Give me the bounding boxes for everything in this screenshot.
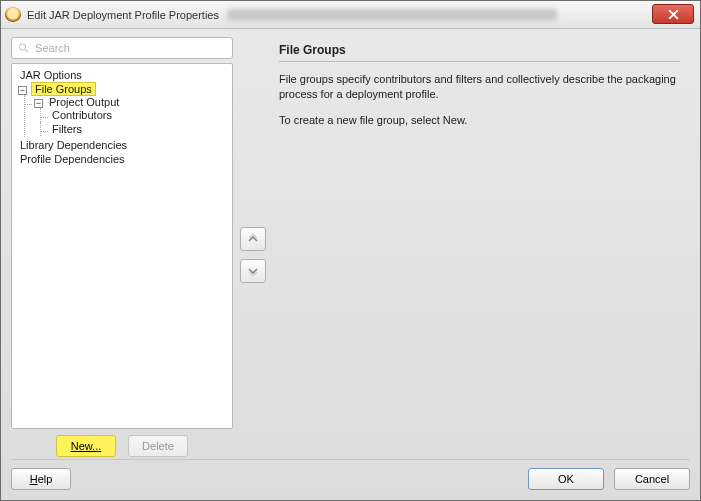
- svg-line-1: [25, 49, 28, 52]
- tree[interactable]: JAR Options −File Groups −Project Output…: [11, 63, 233, 429]
- close-icon: [668, 9, 679, 20]
- move-down-button[interactable]: [240, 259, 266, 283]
- delete-button: Delete: [128, 435, 188, 457]
- help-button-label: H: [30, 473, 38, 485]
- search-input[interactable]: [33, 41, 226, 55]
- cancel-button[interactable]: Cancel: [614, 468, 690, 490]
- content-panel: File Groups File groups specify contribu…: [273, 37, 690, 457]
- ok-button[interactable]: OK: [528, 468, 604, 490]
- search-icon: [18, 42, 29, 54]
- new-button[interactable]: New...: [56, 435, 116, 457]
- tree-item-contributors[interactable]: Contributors: [50, 109, 114, 121]
- footer-right-buttons: OK Cancel: [528, 468, 690, 490]
- tree-item-library-dependencies[interactable]: Library Dependencies: [18, 139, 129, 151]
- content-heading: File Groups: [279, 43, 680, 57]
- tree-item-filters[interactable]: Filters: [50, 123, 84, 135]
- tree-item-project-output[interactable]: Project Output: [47, 96, 121, 108]
- help-button-rest: elp: [38, 473, 53, 485]
- columns: JAR Options −File Groups −Project Output…: [11, 37, 690, 457]
- dialog-window: Edit JAR Deployment Profile Properties J…: [0, 0, 701, 501]
- chevron-down-icon: [247, 265, 259, 277]
- tree-button-row: New... Delete: [11, 435, 233, 457]
- content-divider: [279, 61, 680, 62]
- ok-button-label: OK: [558, 473, 574, 485]
- svg-point-0: [19, 44, 25, 50]
- delete-button-label: Delete: [142, 440, 174, 452]
- expander-project-output[interactable]: −: [34, 99, 43, 108]
- expander-file-groups[interactable]: −: [18, 86, 27, 95]
- new-button-label: New...: [71, 440, 102, 452]
- content-paragraph-2: To create a new file group, select New.: [279, 113, 680, 128]
- cancel-button-label: Cancel: [635, 473, 669, 485]
- close-button[interactable]: [652, 4, 694, 24]
- help-button[interactable]: Help: [11, 468, 71, 490]
- tree-item-jar-options[interactable]: JAR Options: [18, 69, 84, 81]
- app-icon: [5, 7, 21, 23]
- titlebar: Edit JAR Deployment Profile Properties: [1, 1, 700, 29]
- tree-item-file-groups[interactable]: File Groups: [31, 82, 96, 96]
- chevron-up-icon: [247, 233, 259, 245]
- tree-item-profile-dependencies[interactable]: Profile Dependencies: [18, 153, 127, 165]
- search-field-wrap[interactable]: [11, 37, 233, 59]
- left-column: JAR Options −File Groups −Project Output…: [11, 37, 233, 457]
- title-extra-blur: [227, 9, 557, 21]
- reorder-column: [239, 37, 267, 457]
- footer: Help OK Cancel: [11, 468, 690, 490]
- footer-divider: [11, 459, 690, 460]
- dialog-body: JAR Options −File Groups −Project Output…: [1, 29, 700, 500]
- window-title: Edit JAR Deployment Profile Properties: [27, 9, 219, 21]
- content-paragraph-1: File groups specify contributors and fil…: [279, 72, 680, 103]
- move-up-button[interactable]: [240, 227, 266, 251]
